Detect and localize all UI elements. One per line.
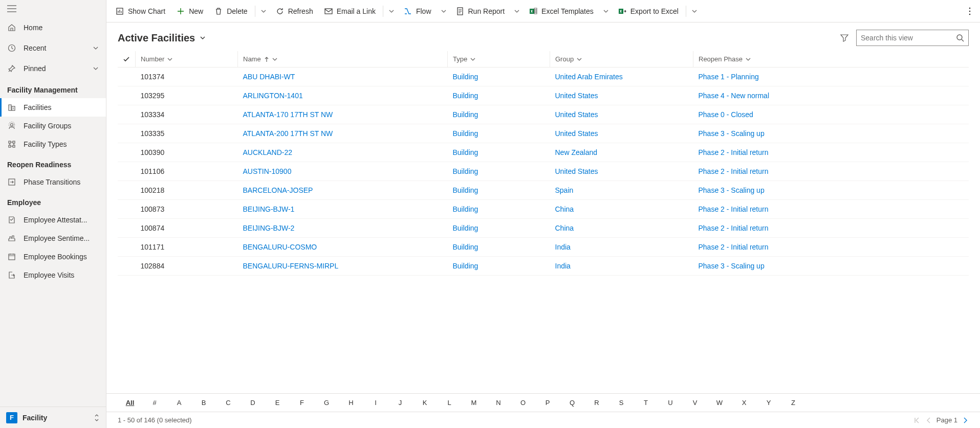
sidebar-item-facility-groups[interactable]: Facility Groups (0, 117, 106, 135)
cell-group-link[interactable]: United States (555, 167, 598, 175)
row-selector[interactable] (118, 238, 136, 257)
table-row[interactable]: 103335ATLANTA-200 17TH ST NWBuildingUnit… (118, 124, 969, 143)
alpha-filter-q[interactable]: Q (560, 397, 584, 409)
table-row[interactable]: 100873BEIJING-BJW-1BuildingChinaPhase 2 … (118, 200, 969, 219)
cell-phase-link[interactable]: Phase 2 - Initial return (699, 243, 769, 251)
cell-name-link[interactable]: AUCKLAND-22 (243, 148, 292, 156)
nav-pinned[interactable]: Pinned (0, 58, 106, 79)
cell-group-link[interactable]: New Zealand (555, 148, 598, 156)
cell-group-link[interactable]: India (555, 243, 571, 251)
pager-prev-button[interactable] (925, 417, 931, 424)
grid-scroll[interactable]: Number Name Type Group Reopen Phase 1013… (106, 51, 980, 393)
row-selector[interactable] (118, 162, 136, 181)
alpha-filter-b[interactable]: B (191, 397, 216, 409)
alpha-filter-o[interactable]: O (511, 397, 535, 409)
cell-type-link[interactable]: Building (453, 224, 478, 232)
cell-name-link[interactable]: BEIJING-BJW-1 (243, 205, 295, 213)
alpha-filter-x[interactable]: X (732, 397, 756, 409)
refresh-button[interactable]: Refresh (271, 2, 318, 20)
table-row[interactable]: 100390AUCKLAND-22BuildingNew ZealandPhas… (118, 143, 969, 162)
show-chart-button[interactable]: Show Chart (111, 2, 170, 20)
cell-phase-link[interactable]: Phase 3 - Scaling up (699, 186, 765, 194)
alpha-filter-i[interactable]: I (363, 397, 388, 409)
cell-phase-link[interactable]: Phase 0 - Closed (699, 110, 753, 119)
column-header-reopen-phase[interactable]: Reopen Phase (693, 51, 969, 67)
cell-group-link[interactable]: China (555, 205, 574, 213)
cell-phase-link[interactable]: Phase 3 - Scaling up (699, 262, 765, 270)
email-link-button[interactable]: Email a Link (319, 2, 381, 20)
cell-phase-link[interactable]: Phase 1 - Planning (699, 73, 759, 81)
cell-type-link[interactable]: Building (453, 243, 478, 251)
row-selector[interactable] (118, 67, 136, 86)
overflow-button[interactable] (964, 7, 976, 15)
cell-name-link[interactable]: ARLINGTON-1401 (243, 92, 303, 100)
alpha-filter-g[interactable]: G (314, 397, 339, 409)
table-row[interactable]: 101171BENGALURU-COSMOBuildingIndiaPhase … (118, 238, 969, 257)
cell-type-link[interactable]: Building (453, 92, 478, 100)
cell-group-link[interactable]: United States (555, 110, 598, 119)
row-selector[interactable] (118, 219, 136, 238)
sidebar-footer[interactable]: F Facility (0, 407, 106, 428)
nav-home[interactable]: Home (0, 17, 106, 38)
alpha-filter-j[interactable]: J (388, 397, 412, 409)
sidebar-item-facilities[interactable]: Facilities (0, 98, 106, 117)
pager-next-button[interactable] (963, 417, 969, 424)
alpha-filter-m[interactable]: M (462, 397, 486, 409)
row-selector[interactable] (118, 105, 136, 124)
table-row[interactable]: 100874BEIJING-BJW-2BuildingChinaPhase 2 … (118, 219, 969, 238)
run-report-chevron[interactable] (511, 2, 523, 20)
alpha-filter-#[interactable]: # (142, 397, 167, 409)
alpha-filter-w[interactable]: W (707, 397, 732, 409)
table-row[interactable]: 103295ARLINGTON-1401BuildingUnited State… (118, 86, 969, 105)
search-box[interactable] (856, 30, 969, 46)
cell-type-link[interactable]: Building (453, 110, 478, 119)
alpha-filter-c[interactable]: C (216, 397, 241, 409)
cell-name-link[interactable]: ABU DHABI-WT (243, 73, 295, 81)
export-excel-chevron[interactable] (688, 2, 701, 20)
alpha-filter-e[interactable]: E (265, 397, 290, 409)
column-header-group[interactable]: Group (550, 51, 693, 67)
email-split-chevron[interactable] (385, 2, 398, 20)
cell-group-link[interactable]: United States (555, 129, 598, 138)
alpha-filter-z[interactable]: Z (781, 397, 805, 409)
flow-chevron[interactable] (438, 2, 450, 20)
export-excel-button[interactable]: Export to Excel (613, 2, 684, 20)
cell-phase-link[interactable]: Phase 2 - Initial return (699, 167, 769, 175)
sidebar-item-facility-types[interactable]: Facility Types (0, 135, 106, 153)
row-selector[interactable] (118, 143, 136, 162)
row-selector[interactable] (118, 181, 136, 200)
cell-phase-link[interactable]: Phase 2 - Initial return (699, 148, 769, 156)
new-button[interactable]: New (171, 2, 208, 20)
alpha-filter-r[interactable]: R (584, 397, 609, 409)
cell-group-link[interactable]: United States (555, 92, 598, 100)
alpha-filter-p[interactable]: P (535, 397, 560, 409)
cell-name-link[interactable]: ATLANTA-170 17TH ST NW (243, 110, 333, 119)
table-row[interactable]: 100218BARCELONA-JOSEPBuildingSpainPhase … (118, 181, 969, 200)
view-selector[interactable]: Active Facilities (118, 32, 206, 44)
alpha-filter-all[interactable]: All (118, 397, 142, 409)
cell-type-link[interactable]: Building (453, 262, 478, 270)
table-row[interactable]: 103334ATLANTA-170 17TH ST NWBuildingUnit… (118, 105, 969, 124)
row-selector[interactable] (118, 200, 136, 219)
alpha-filter-d[interactable]: D (241, 397, 265, 409)
cell-phase-link[interactable]: Phase 3 - Scaling up (699, 129, 765, 138)
cell-phase-link[interactable]: Phase 4 - New normal (699, 92, 770, 100)
column-select-all[interactable] (118, 51, 136, 67)
hamburger-button[interactable] (0, 0, 106, 17)
cell-group-link[interactable]: India (555, 262, 571, 270)
table-row[interactable]: 102884BENGALURU-FERNS-MIRPLBuildingIndia… (118, 257, 969, 276)
cell-type-link[interactable]: Building (453, 148, 478, 156)
cell-type-link[interactable]: Building (453, 205, 478, 213)
sidebar-scrollbar[interactable] (101, 21, 106, 407)
flow-button[interactable]: Flow (399, 2, 437, 20)
alpha-filter-h[interactable]: H (339, 397, 363, 409)
alpha-filter-a[interactable]: A (167, 397, 191, 409)
column-header-type[interactable]: Type (448, 51, 550, 67)
cell-type-link[interactable]: Building (453, 186, 478, 194)
cell-group-link[interactable]: United Arab Emirates (555, 73, 623, 81)
grid-scrollbar[interactable] (974, 51, 980, 393)
alpha-filter-k[interactable]: K (412, 397, 437, 409)
cell-name-link[interactable]: BARCELONA-JOSEP (243, 186, 313, 194)
excel-templates-button[interactable]: Excel Templates (524, 2, 599, 20)
delete-split-chevron[interactable] (257, 2, 270, 20)
